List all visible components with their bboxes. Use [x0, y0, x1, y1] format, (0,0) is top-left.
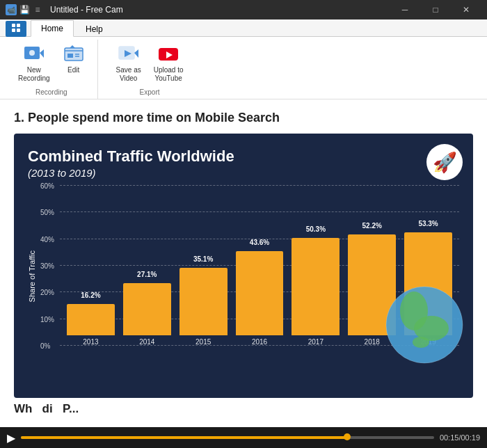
recording-buttons: NewRecording Edit [14, 40, 89, 86]
save-as-video-icon [118, 42, 140, 65]
save-as-video-label: Save asVideo [116, 66, 141, 83]
chart-slide: 🚀 Combined Traffic Worldwide (2013 to 20… [14, 134, 473, 398]
bar-2015-year: 2015 [195, 338, 211, 346]
current-time: 00:15 [440, 433, 459, 442]
bar-2014-year: 2014 [139, 338, 154, 346]
ribbon-group-export: Save asVideo Upload toYouTube Export [104, 40, 196, 99]
maximize-button[interactable]: □ [420, 0, 451, 19]
rocket-badge: 🚀 [426, 144, 463, 180]
svg-rect-10 [67, 54, 73, 58]
bar-2017-rect: 50.3% [292, 238, 340, 335]
quick-access-tab[interactable] [6, 21, 26, 37]
new-recording-button[interactable]: NewRecording [14, 40, 54, 86]
bar-2014: 27.1% 2014 [123, 283, 171, 346]
svg-rect-0 [12, 24, 15, 27]
y-axis-label: Share of Traffic [28, 250, 36, 302]
ribbon-group-recording: NewRecording Edit [6, 40, 98, 99]
svg-point-22 [413, 337, 429, 348]
bar-2016-year: 2016 [252, 338, 267, 346]
close-button[interactable]: ✕ [451, 0, 481, 19]
rocket-icon: 🚀 [433, 151, 457, 174]
svg-rect-1 [17, 24, 20, 27]
partial-text: Wh di P... [14, 402, 79, 415]
chart-title: Combined Traffic Worldwide [28, 147, 459, 166]
minimize-button[interactable]: ─ [390, 0, 420, 19]
progress-thumb [344, 433, 351, 440]
title-bar-controls: ─ □ ✕ [390, 0, 481, 19]
chart-subtitle: (2013 to 2019) [28, 167, 459, 179]
next-slide-partial: Wh di P... [14, 402, 473, 419]
title-bar: 📹 💾 ≡ Untitled - Free Cam ─ □ ✕ [0, 0, 487, 19]
progress-track[interactable] [21, 436, 434, 439]
ribbon-tabs: Home Help [0, 19, 487, 37]
edit-icon [63, 42, 85, 65]
bar-2013-year: 2013 [83, 338, 98, 346]
svg-point-6 [29, 50, 35, 56]
ribbon-content: NewRecording Edit [0, 37, 487, 99]
title-bar-save-icon[interactable]: 💾 [19, 4, 30, 15]
svg-marker-5 [40, 49, 44, 58]
bar-2015: 35.1% 2015 [179, 268, 227, 346]
upload-youtube-icon [157, 42, 179, 65]
chart-area: Share of Traffic 60% 50% 40% 30% 20% 10%… [28, 186, 459, 367]
play-button[interactable]: ▶ [7, 431, 15, 445]
svg-rect-3 [17, 29, 20, 32]
chart-inner: 60% 50% 40% 30% 20% 10% 0% 16.2% 2013 [39, 186, 459, 367]
title-bar-app-icon: 📹 [6, 4, 17, 15]
export-buttons: Save asVideo Upload toYouTube [112, 40, 188, 86]
new-recording-label: NewRecording [18, 66, 50, 83]
ribbon: Home Help NewRecording [0, 19, 487, 99]
bar-2016-label: 43.6% [250, 239, 269, 246]
bar-2017-label: 50.3% [306, 225, 326, 233]
player-bar: ▶ 00:15/00:19 [0, 427, 487, 448]
bar-2016: 43.6% 2016 [236, 251, 284, 346]
bar-2014-label: 27.1% [137, 271, 157, 278]
time-display: 00:15/00:19 [440, 433, 480, 442]
globe-decoration [369, 227, 473, 367]
title-bar-left: 📹 💾 ≡ Untitled - Free Cam [6, 4, 123, 15]
svg-rect-2 [12, 29, 15, 32]
bar-2014-rect: 27.1% [123, 283, 171, 335]
upload-youtube-label: Upload toYouTube [154, 66, 184, 83]
edit-label: Edit [67, 66, 79, 74]
save-as-video-button[interactable]: Save asVideo [112, 40, 145, 86]
bar-2015-label: 35.1% [193, 255, 213, 263]
total-time: 00:19 [461, 433, 480, 442]
svg-marker-13 [70, 45, 75, 48]
progress-fill [21, 436, 347, 439]
recording-group-label: Recording [35, 88, 67, 96]
tab-home[interactable]: Home [31, 20, 74, 37]
new-recording-icon [23, 42, 45, 65]
svg-rect-7 [65, 48, 83, 61]
svg-marker-15 [134, 49, 138, 58]
export-group-label: Export [140, 88, 160, 96]
tab-help[interactable]: Help [75, 21, 113, 37]
edit-button[interactable]: Edit [58, 40, 89, 86]
title-bar-menu-icon[interactable]: ≡ [32, 4, 43, 15]
bar-2017: 50.3% 2017 [292, 238, 340, 346]
main-content: 1. People spend more time on Mobile Sear… [0, 99, 487, 448]
bar-2016-rect: 43.6% [236, 251, 284, 335]
bar-2013-label: 16.2% [81, 291, 100, 299]
title-bar-title: Untitled - Free Cam [50, 5, 123, 15]
bar-2013-rect: 16.2% [67, 304, 115, 335]
upload-youtube-button[interactable]: Upload toYouTube [150, 40, 188, 86]
bar-2019-label: 53.3% [418, 220, 438, 227]
slide-title: 1. People spend more time on Mobile Sear… [14, 111, 473, 125]
bar-2017-year: 2017 [308, 338, 324, 346]
bar-2015-rect: 35.1% [179, 268, 227, 335]
bar-2013: 16.2% 2013 [67, 304, 115, 346]
